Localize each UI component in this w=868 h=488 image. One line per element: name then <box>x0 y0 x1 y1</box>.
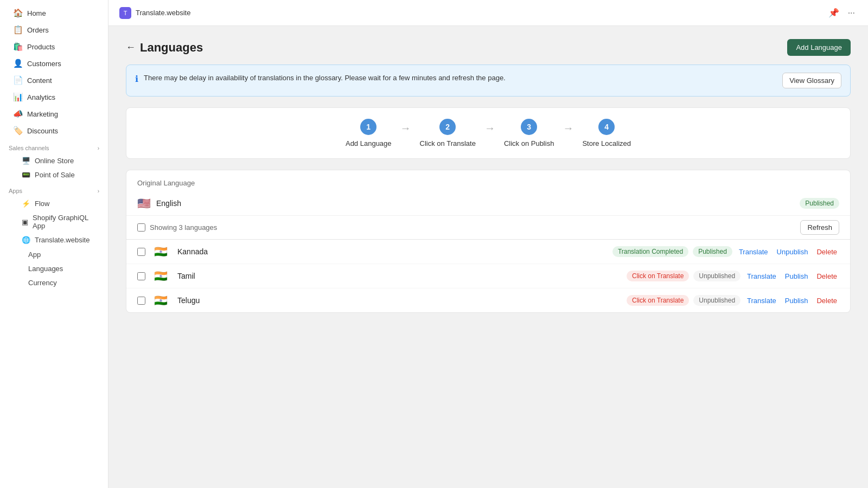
sidebar-item-marketing[interactable]: 📣Marketing <box>4 106 104 122</box>
sidebar-item-online-store[interactable]: 🖥️Online Store <box>4 154 104 168</box>
tamil-checkbox[interactable] <box>137 272 145 280</box>
sales-channels-items: 🖥️Online Store📟Point of Sale <box>0 153 108 182</box>
sidebar-item-content[interactable]: 📄Content <box>4 72 104 88</box>
tamil-delete-button[interactable]: Delete <box>814 271 839 281</box>
sidebar-item-translate[interactable]: 🌐Translate.website <box>4 233 104 247</box>
marketing-icon: 📣 <box>13 109 23 119</box>
step-arrow-0: → <box>400 122 411 134</box>
kannada-delete-button[interactable]: Delete <box>814 247 839 257</box>
sidebar-item-flow[interactable]: ⚡Flow <box>4 197 104 210</box>
tamil-translate-button[interactable]: Translate <box>745 271 778 281</box>
pin-button[interactable]: 📌 <box>826 5 841 20</box>
app-name-text: Translate.website <box>136 9 190 17</box>
page-content: ← Languages Add Language ℹ There may be … <box>108 26 868 488</box>
kannada-translate-button[interactable]: Translate <box>737 247 770 257</box>
lang-row-kannada: 🇮🇳 Kannada Translation Completed Publish… <box>126 240 850 264</box>
sidebar-item-graphql[interactable]: ▣Shopify GraphiQL App <box>4 211 104 233</box>
languages-card: Original Language 🇺🇸 English Published T… <box>126 170 851 313</box>
info-banner: ℹ There may be delay in availability of … <box>126 65 851 97</box>
marketing-label: Marketing <box>27 110 58 118</box>
kannada-checkbox[interactable] <box>137 248 145 256</box>
sidebar-item-pos[interactable]: 📟Point of Sale <box>4 168 104 182</box>
translate-icon: 🌐 <box>22 236 30 244</box>
customers-icon: 👤 <box>13 59 23 68</box>
sales-channels-expand-icon[interactable]: › <box>98 145 99 151</box>
languages-label: Languages <box>28 265 63 273</box>
kannada-published-badge: Published <box>693 246 732 257</box>
telugu-translate-button[interactable]: Translate <box>745 296 778 306</box>
app-name-display: T Translate.website <box>119 7 190 19</box>
tamil-status-badge: Click on Translate <box>627 271 689 281</box>
sidebar-item-orders[interactable]: 📋Orders <box>4 22 104 38</box>
content-label: Content <box>27 76 52 85</box>
sales-channels-section: Sales channels › <box>0 139 108 153</box>
telugu-info: 🇮🇳 Telugu <box>154 294 622 307</box>
showing-count: Showing 3 languages <box>150 223 800 232</box>
info-banner-text: There may be delay in availability of tr… <box>144 73 777 84</box>
tamil-flag: 🇮🇳 <box>154 269 168 282</box>
refresh-button[interactable]: Refresh <box>800 220 839 235</box>
app-label: App <box>28 251 41 259</box>
original-language-label: Original Language <box>126 170 850 191</box>
steps-card: 1 Add Language → 2 Click on Translate → … <box>126 107 851 159</box>
step-step2-circle: 2 <box>439 119 456 135</box>
flow-icon: ⚡ <box>22 200 30 208</box>
sidebar-item-home[interactable]: 🏠Home <box>4 5 104 21</box>
orders-icon: 📋 <box>13 25 23 35</box>
kannada-status-badge: Translation Completed <box>612 246 688 257</box>
graphql-label: Shopify GraphiQL App <box>33 214 95 230</box>
page-title-row: ← Languages <box>126 41 203 55</box>
app-icon: T <box>119 7 131 19</box>
sidebar-sub-item-app[interactable]: App <box>4 248 104 261</box>
kannada-name: Kannada <box>177 247 608 256</box>
step-arrow-1: → <box>484 122 495 134</box>
home-icon: 🏠 <box>13 8 23 18</box>
home-label: Home <box>27 9 46 17</box>
telugu-publish-button[interactable]: Publish <box>783 296 810 306</box>
step-step1-label: Add Language <box>346 139 392 147</box>
tamil-publish-button[interactable]: Publish <box>783 271 810 281</box>
sidebar-sub-item-languages[interactable]: Languages <box>4 262 104 275</box>
select-all-checkbox-2[interactable] <box>137 223 145 232</box>
graphql-icon: ▣ <box>22 218 28 226</box>
step-arrow-2: → <box>563 122 573 134</box>
back-button[interactable]: ← <box>126 42 136 53</box>
kannada-unpublish-button[interactable]: Unpublish <box>775 247 810 257</box>
original-language-row: 🇺🇸 English Published <box>126 191 850 216</box>
telugu-delete-button[interactable]: Delete <box>814 296 839 306</box>
step-step1-circle: 1 <box>360 119 376 135</box>
apps-items: ⚡Flow▣Shopify GraphiQL App🌐Translate.web… <box>0 196 108 247</box>
add-language-button[interactable]: Add Language <box>787 39 851 56</box>
tamil-info: 🇮🇳 Tamil <box>154 269 622 282</box>
sidebar: 🏠Home📋Orders🛍️Products👤Customers📄Content… <box>0 0 108 488</box>
nav-section: 🏠Home📋Orders🛍️Products👤Customers📄Content… <box>0 4 108 139</box>
more-button[interactable]: ··· <box>846 6 857 20</box>
translated-header-bar: Showing 3 languages Refresh <box>126 216 850 240</box>
telugu-status-badge: Click on Translate <box>627 295 689 306</box>
apps-label: Apps <box>9 188 22 194</box>
lang-row-telugu: 🇮🇳 Telugu Click on Translate Unpublished… <box>126 288 850 312</box>
sidebar-item-customers[interactable]: 👤Customers <box>4 55 104 72</box>
sidebar-item-products[interactable]: 🛍️Products <box>4 38 104 55</box>
products-label: Products <box>27 43 55 51</box>
telugu-published-badge: Unpublished <box>693 295 741 306</box>
kannada-actions: Translation Completed Published Translat… <box>612 246 839 257</box>
analytics-icon: 📊 <box>13 92 23 102</box>
english-name: English <box>156 199 800 208</box>
apps-section: Apps › <box>0 182 108 196</box>
step-step3-circle: 3 <box>521 119 537 135</box>
view-glossary-button[interactable]: View Glossary <box>782 73 841 88</box>
english-status-badge: Published <box>800 198 839 209</box>
telugu-flag: 🇮🇳 <box>154 294 168 307</box>
step-step2: 2 Click on Translate <box>420 119 476 147</box>
tamil-published-badge: Unpublished <box>693 271 741 281</box>
tamil-name: Tamil <box>177 272 622 280</box>
sidebar-sub-item-currency[interactable]: Currency <box>4 276 104 290</box>
sidebar-item-analytics[interactable]: 📊Analytics <box>4 89 104 105</box>
apps-expand-icon[interactable]: › <box>98 188 99 194</box>
currency-label: Currency <box>28 279 57 287</box>
telugu-checkbox[interactable] <box>137 297 145 305</box>
lang-row-tamil: 🇮🇳 Tamil Click on Translate Unpublished … <box>126 264 850 288</box>
sidebar-item-discounts[interactable]: 🏷️Discounts <box>4 123 104 139</box>
customers-label: Customers <box>27 60 61 68</box>
